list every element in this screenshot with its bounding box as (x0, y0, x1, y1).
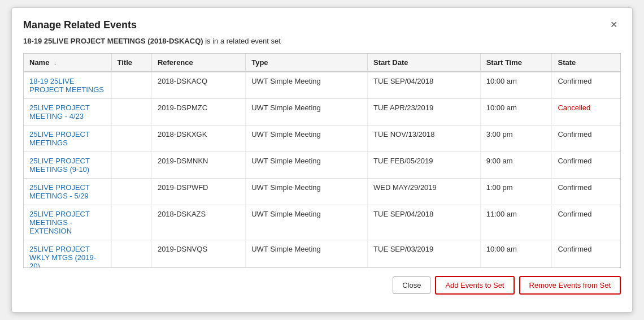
modal-title: Manage Related Events (23, 19, 137, 31)
cell-name[interactable]: 18-19 25LIVE PROJECT MEETINGS (24, 72, 111, 99)
cell-start-time: 10:00 am (480, 240, 552, 269)
cell-type: UWT Simple Meeting (246, 179, 368, 205)
cell-start-time: 9:00 am (480, 152, 552, 179)
cell-name[interactable]: 25LIVE PROJECT MEETINGS (24, 126, 111, 152)
cell-state: Confirmed (552, 72, 620, 99)
cell-type: UWT Simple Meeting (246, 126, 368, 152)
cell-state: Confirmed (552, 152, 620, 179)
cell-start-date: TUE SEP/03/2019 (368, 240, 481, 269)
table-row: 25LIVE PROJECT MEETINGS (9-10) 2019-DSMN… (24, 152, 620, 179)
col-start-date: Start Date (368, 54, 481, 72)
add-events-button[interactable]: Add Events to Set (435, 276, 514, 295)
table-body: 18-19 25LIVE PROJECT MEETINGS 2018-DSKAC… (24, 72, 620, 268)
modal-header: Manage Related Events ✕ (23, 19, 621, 31)
cell-reference: 2019-DSPWFD (151, 179, 245, 205)
cell-name[interactable]: 25LIVE PROJECT MEETINGS - EXTENSION (24, 205, 111, 240)
col-reference: Reference (151, 54, 245, 72)
table-row: 25LIVE PROJECT MEETINGS - 5/29 2019-DSPW… (24, 179, 620, 205)
cell-type: UWT Simple Meeting (246, 205, 368, 240)
cell-reference: 2019-DSPMZC (151, 99, 245, 126)
cell-name[interactable]: 25LIVE PROJECT MEETINGS - 5/29 (24, 179, 111, 205)
table-row: 25LIVE PROJECT WKLY MTGS (2019-20) 2019-… (24, 240, 620, 269)
cell-title (111, 72, 151, 99)
cell-reference: 2018-DSKXGK (151, 126, 245, 152)
table-header: Name ↓ Title Reference Type Start Date S… (24, 54, 620, 72)
subtitle-rest: is in a related event set (203, 37, 281, 45)
cell-title (111, 152, 151, 179)
cell-start-date: TUE FEB/05/2019 (368, 152, 481, 179)
events-table-container: Name ↓ Title Reference Type Start Date S… (23, 53, 621, 268)
cell-name[interactable]: 25LIVE PROJECT MEETINGS (9-10) (24, 152, 111, 179)
cell-type: UWT Simple Meeting (246, 72, 368, 99)
cell-start-time: 3:00 pm (480, 126, 552, 152)
manage-related-events-modal: Manage Related Events ✕ 18-19 25LIVE PRO… (11, 7, 633, 313)
cell-state: Cancelled (552, 99, 620, 126)
cell-type: UWT Simple Meeting (246, 152, 368, 179)
table-row: 25LIVE PROJECT MEETING - 4/23 2019-DSPMZ… (24, 99, 620, 126)
cell-title (111, 240, 151, 269)
cell-type: UWT Simple Meeting (246, 99, 368, 126)
cell-state: Confirmed (552, 205, 620, 240)
col-type: Type (246, 54, 368, 72)
close-button[interactable]: Close (393, 276, 430, 294)
cell-state: Confirmed (552, 179, 620, 205)
cell-reference: 2018-DSKACQ (151, 72, 245, 99)
table-row: 25LIVE PROJECT MEETINGS 2018-DSKXGK UWT … (24, 126, 620, 152)
cell-reference: 2019-DSMNKN (151, 152, 245, 179)
cell-reference: 2019-DSNVQS (151, 240, 245, 269)
cell-start-date: TUE SEP/04/2018 (368, 72, 481, 99)
subtitle-bold: 18-19 25LIVE PROJECT MEETINGS (2018-DSKA… (23, 37, 203, 45)
cell-start-time: 11:00 am (480, 205, 552, 240)
cell-name[interactable]: 25LIVE PROJECT MEETING - 4/23 (24, 99, 111, 126)
cell-state: Confirmed (552, 240, 620, 269)
cell-start-date: TUE APR/23/2019 (368, 99, 481, 126)
remove-events-button[interactable]: Remove Events from Set (519, 276, 621, 295)
cell-start-time: 10:00 am (480, 72, 552, 99)
col-state: State (552, 54, 620, 72)
cell-title (111, 99, 151, 126)
cell-start-time: 1:00 pm (480, 179, 552, 205)
close-icon[interactable]: ✕ (607, 19, 621, 31)
col-title: Title (111, 54, 151, 72)
table-row: 25LIVE PROJECT MEETINGS - EXTENSION 2018… (24, 205, 620, 240)
cell-start-date: TUE SEP/04/2018 (368, 205, 481, 240)
cell-title (111, 126, 151, 152)
events-table: Name ↓ Title Reference Type Start Date S… (24, 54, 620, 268)
col-name[interactable]: Name ↓ (24, 54, 111, 72)
cell-start-date: WED MAY/29/2019 (368, 179, 481, 205)
subtitle: 18-19 25LIVE PROJECT MEETINGS (2018-DSKA… (23, 37, 621, 45)
cell-start-date: TUE NOV/13/2018 (368, 126, 481, 152)
cell-name[interactable]: 25LIVE PROJECT WKLY MTGS (2019-20) (24, 240, 111, 269)
cell-type: UWT Simple Meeting (246, 240, 368, 269)
cell-title (111, 179, 151, 205)
cell-start-time: 10:00 am (480, 99, 552, 126)
sort-arrow-name: ↓ (54, 59, 57, 66)
col-start-time: Start Time (480, 54, 552, 72)
modal-footer: Close Add Events to Set Remove Events fr… (23, 276, 621, 295)
cell-reference: 2018-DSKAZS (151, 205, 245, 240)
cell-title (111, 205, 151, 240)
table-row: 18-19 25LIVE PROJECT MEETINGS 2018-DSKAC… (24, 72, 620, 99)
cell-state: Confirmed (552, 126, 620, 152)
